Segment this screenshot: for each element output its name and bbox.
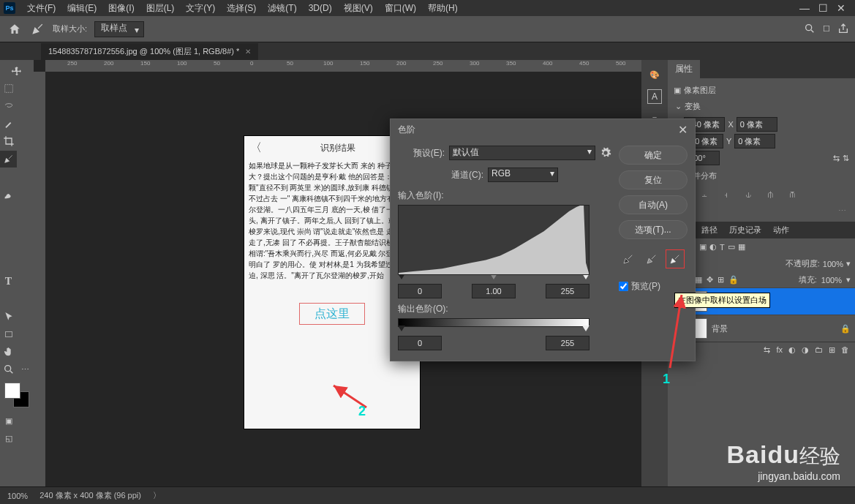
lock-all-icon[interactable]: 🔒 xyxy=(728,275,739,285)
artboard-tool[interactable] xyxy=(17,80,34,97)
minimize-button[interactable]: — xyxy=(799,2,810,14)
histogram[interactable] xyxy=(398,205,590,275)
channel-dropdown[interactable]: RGB▾ xyxy=(488,168,558,182)
delete-layer-icon[interactable]: 🗑 xyxy=(841,345,849,355)
white-point-eyedropper[interactable] xyxy=(666,249,685,268)
preset-gear-icon[interactable] xyxy=(600,147,611,159)
preview-checkbox[interactable] xyxy=(619,282,628,291)
align-section-header[interactable]: ⌄齐并分布 xyxy=(674,168,849,184)
actions-tab[interactable]: 动作 xyxy=(767,222,795,238)
magic-wand-tool[interactable] xyxy=(0,116,17,132)
marquee-tool[interactable] xyxy=(0,80,17,97)
auto-button[interactable]: 自动(A) xyxy=(619,195,688,214)
lasso-tool[interactable] xyxy=(0,98,17,115)
history-brush-tool[interactable] xyxy=(17,203,34,220)
adjustment-layer-icon[interactable]: ◑ xyxy=(802,345,809,355)
zoom-tool[interactable] xyxy=(0,361,17,378)
ruler-tool[interactable] xyxy=(17,151,34,168)
menu-edit[interactable]: 编辑(E) xyxy=(63,1,101,16)
type-tool[interactable]: T xyxy=(0,274,17,290)
cancel-button[interactable]: 复位 xyxy=(619,170,688,189)
vertical-type-tool[interactable] xyxy=(17,274,34,290)
maximize-button[interactable]: ☐ xyxy=(818,2,828,14)
collapsed-a-icon[interactable]: A xyxy=(647,89,662,104)
ellipse-tool[interactable] xyxy=(17,326,34,343)
input-gamma-field[interactable] xyxy=(472,284,516,298)
workspace-switcher-icon[interactable]: ☐ xyxy=(823,24,830,34)
menu-filter[interactable]: 滤镜(T) xyxy=(263,1,301,16)
patch-tool[interactable] xyxy=(17,168,34,185)
filter-smart-icon[interactable]: ▦ xyxy=(738,242,745,252)
home-button[interactable] xyxy=(6,20,23,38)
move-tool[interactable] xyxy=(0,63,34,80)
gray-point-eyedropper[interactable] xyxy=(642,249,661,268)
layer-mask-icon[interactable]: ◐ xyxy=(788,345,796,355)
clone-stamp-tool[interactable] xyxy=(0,203,17,220)
background-eraser-tool[interactable] xyxy=(17,221,34,238)
link-layers-icon[interactable]: ⇆ xyxy=(764,345,770,355)
eraser-tool[interactable] xyxy=(0,221,17,238)
color-swatches[interactable] xyxy=(4,383,29,407)
healing-brush-tool[interactable] xyxy=(0,168,17,185)
gradient-tool[interactable] xyxy=(0,238,17,255)
direct-select-tool[interactable] xyxy=(17,309,34,326)
filter-type-icon[interactable]: T xyxy=(720,243,725,252)
menu-help[interactable]: 帮助(H) xyxy=(423,1,462,16)
menu-image[interactable]: 图像(I) xyxy=(104,1,138,16)
align-right-icon[interactable]: ⫞ xyxy=(720,189,732,200)
layer-name[interactable]: 背景 xyxy=(712,323,728,334)
layer-fx-icon[interactable]: fx xyxy=(776,345,783,355)
properties-tab[interactable]: 属性 xyxy=(668,60,700,78)
layer-row-background[interactable]: 👁 背景 🔒 xyxy=(668,315,855,342)
brush-tool[interactable] xyxy=(0,186,17,203)
output-black-field[interactable] xyxy=(398,336,442,350)
close-button[interactable]: ✕ xyxy=(837,2,845,14)
menu-window[interactable]: 窗口(W) xyxy=(380,1,421,16)
align-center-h-icon[interactable]: ⫠ xyxy=(698,189,710,200)
filter-pixel-icon[interactable]: ▣ xyxy=(699,242,707,252)
dodge-tool[interactable] xyxy=(17,256,34,273)
path-select-tool[interactable] xyxy=(0,309,17,326)
flip-h-icon[interactable]: ⇆ xyxy=(833,154,840,163)
collapsed-color-icon[interactable]: 🎨 xyxy=(646,66,663,83)
screen-mode-toggle[interactable]: ◱ xyxy=(0,430,17,447)
new-layer-icon[interactable]: ⊞ xyxy=(829,345,835,355)
pencil-tool[interactable] xyxy=(17,186,34,203)
opacity-value[interactable]: 100% xyxy=(823,260,843,268)
ok-button[interactable]: 确定 xyxy=(619,146,688,165)
dialog-close-icon[interactable]: ✕ xyxy=(678,123,688,137)
group-icon[interactable]: 🗀 xyxy=(815,345,823,355)
flip-v-icon[interactable]: ⇅ xyxy=(843,154,849,163)
foreground-color-swatch[interactable] xyxy=(4,383,20,399)
history-tab[interactable]: 历史记录 xyxy=(723,222,767,238)
menu-select[interactable]: 选择(S) xyxy=(222,1,260,16)
output-white-slider[interactable] xyxy=(582,326,590,331)
align-middle-v-icon[interactable]: ⫛ xyxy=(764,189,776,200)
x-input[interactable] xyxy=(737,117,777,132)
filter-adjust-icon[interactable]: ◐ xyxy=(709,242,717,252)
y-input[interactable] xyxy=(734,134,775,148)
menu-3d[interactable]: 3D(D) xyxy=(304,1,336,15)
input-black-field[interactable] xyxy=(398,284,442,298)
eyedropper-tool[interactable] xyxy=(0,151,17,168)
options-button[interactable]: 选项(T)... xyxy=(619,220,688,239)
lock-artboard-icon[interactable]: ⊞ xyxy=(717,275,724,285)
output-black-slider[interactable] xyxy=(398,326,405,331)
output-white-field[interactable] xyxy=(546,336,590,350)
close-tab-icon[interactable]: ✕ xyxy=(245,48,251,56)
lock-position-icon[interactable]: ✥ xyxy=(707,275,713,285)
rectangle-tool[interactable] xyxy=(0,326,17,343)
object-select-tool[interactable] xyxy=(17,98,34,115)
sample-size-dropdown[interactable]: 取样点 ▾ xyxy=(94,21,144,37)
zoom-level[interactable]: 100% xyxy=(7,492,28,500)
lock-pixels-icon[interactable]: ▦ xyxy=(695,275,702,285)
align-bottom-icon[interactable]: ⫚ xyxy=(786,189,798,200)
edit-toolbar[interactable]: ⋯ xyxy=(17,361,34,378)
menu-view[interactable]: 视图(V) xyxy=(339,1,377,16)
quick-select-tool[interactable] xyxy=(17,116,34,132)
input-white-field[interactable] xyxy=(546,284,590,298)
hand-tool[interactable] xyxy=(0,344,17,361)
pen-tool[interactable] xyxy=(0,291,17,308)
filter-shape-icon[interactable]: ▭ xyxy=(728,242,735,252)
doc-dimensions[interactable]: 240 像素 x 400 像素 (96 ppi) xyxy=(39,490,141,501)
